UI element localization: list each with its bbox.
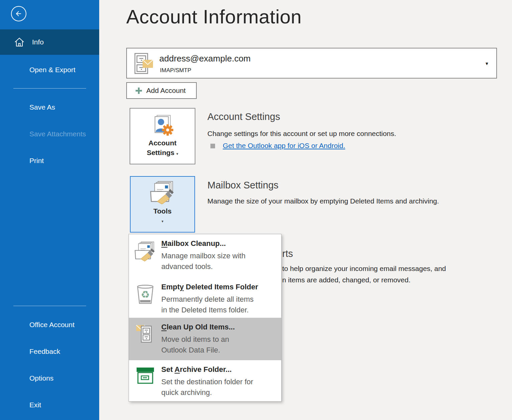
sidebar-item-exit[interactable]: Exit	[0, 398, 99, 412]
sidebar-item-save-attachments: Save Attachments	[0, 127, 99, 141]
account-settings-button[interactable]: Account Settings ▾	[130, 108, 195, 164]
page-title: Account Information	[126, 5, 302, 28]
account-settings-button-label: Settings	[147, 149, 174, 156]
account-settings-description: Change settings for this account or set …	[207, 130, 396, 138]
dropdown-caret-icon: ▾	[176, 152, 178, 156]
account-settings-heading: Account Settings	[207, 111, 280, 122]
sidebar-item-label: Info	[32, 38, 44, 46]
sidebar-item-options[interactable]: Options	[0, 371, 99, 386]
sidebar-item-open-export[interactable]: Open & Export	[0, 62, 99, 77]
recycle-glyph: ♻	[141, 289, 150, 300]
home-icon	[14, 37, 25, 47]
add-account-label: Add Account	[146, 83, 186, 98]
sidebar-item-info[interactable]: Info	[0, 29, 99, 55]
menu-item-title: Set Archive Folder...	[161, 365, 278, 374]
menu-item-title: Mailbox Cleanup...	[161, 239, 278, 248]
menu-item-title: Clean Up Old Items...	[161, 323, 278, 331]
sidebar-item-office-account[interactable]: Office Account	[0, 317, 99, 332]
mailbox-settings-heading: Mailbox Settings	[207, 180, 279, 191]
dropdown-caret-icon: ▾	[131, 219, 194, 224]
tools-button-label: Tools	[131, 206, 194, 216]
rules-alerts-text-fragment: to help organize your incoming email mes…	[282, 265, 446, 273]
sidebar-divider	[13, 88, 86, 89]
sidebar-item-print[interactable]: Print	[0, 153, 99, 168]
bullet-square-icon	[210, 144, 215, 148]
menu-item-description: Move old items to anOutlook Data File.	[161, 334, 278, 356]
menu-item-description: Manage mailbox size withadvanced tools.	[161, 251, 278, 272]
account-settings-button-label: Account	[130, 138, 195, 148]
sidebar-item-save-as[interactable]: Save As	[0, 100, 99, 115]
get-outlook-app-link[interactable]: Get the Outlook app for iOS or Android.	[223, 142, 345, 150]
tools-button[interactable]: Tools ▾	[130, 176, 195, 233]
rules-alerts-text-fragment: n items are added, changed, or removed.	[282, 276, 410, 284]
mailbox-settings-description: Manage the size of your mailbox by empty…	[207, 197, 439, 205]
menu-item-clean-up-old-items[interactable]: Clean Up Old Items... Move old items to …	[129, 318, 281, 360]
account-selector-dropdown[interactable]: address@example.com IMAP/SMTP ▼	[126, 48, 497, 79]
account-protocol: IMAP/SMTP	[160, 67, 191, 74]
account-email: address@example.com	[159, 53, 251, 64]
menu-item-set-archive-folder[interactable]: Set Archive Folder... Set the destinatio…	[129, 360, 281, 402]
backstage-sidebar: Info Open & Export Save As Save Attachme…	[0, 0, 99, 420]
menu-item-description: Permanently delete all itemsin the Delet…	[161, 294, 278, 315]
archive-box-icon	[129, 360, 161, 402]
back-button[interactable]	[11, 6, 26, 21]
menu-item-title: Empty Deleted Items Folder	[161, 283, 278, 291]
account-settings-icon	[130, 115, 195, 138]
archive-cabinet-icon	[129, 318, 161, 360]
rules-alerts-heading-fragment: rts	[282, 248, 293, 259]
back-arrow-icon	[14, 9, 23, 18]
mailbox-account-icon	[134, 53, 154, 76]
menu-item-empty-deleted-items[interactable]: ♻ Empty Deleted Items Folder Permanently…	[129, 278, 281, 318]
outlook-backstage-view: Info Open & Export Save As Save Attachme…	[0, 0, 512, 420]
plus-icon	[136, 88, 142, 95]
mailbox-tools-icon	[131, 181, 194, 205]
tools-dropdown-menu: Mailbox Cleanup... Manage mailbox size w…	[129, 234, 282, 402]
menu-item-description: Set the destination folder forquick arch…	[161, 377, 278, 398]
sidebar-divider	[13, 306, 86, 306]
add-account-button[interactable]: Add Account	[126, 82, 197, 99]
sidebar-item-feedback[interactable]: Feedback	[0, 344, 99, 359]
recycle-bin-icon: ♻	[129, 278, 161, 318]
menu-item-mailbox-cleanup[interactable]: Mailbox Cleanup... Manage mailbox size w…	[129, 234, 281, 278]
chevron-down-icon: ▼	[485, 61, 489, 66]
mailbox-cleanup-icon	[129, 234, 161, 278]
